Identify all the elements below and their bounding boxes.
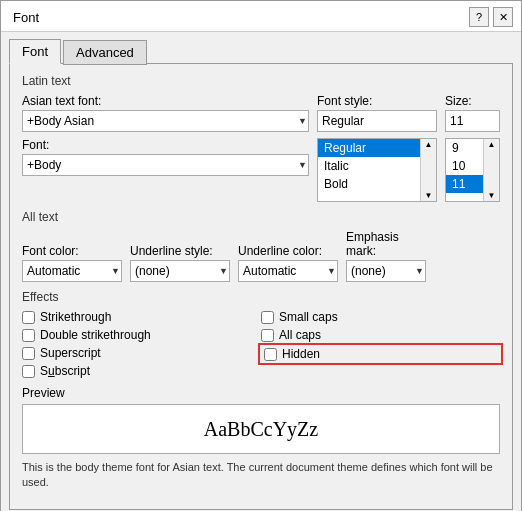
size-scroll-up: ▲ — [488, 140, 496, 149]
font-field-group: Font: +Body ▼ — [22, 138, 309, 202]
font-select-wrapper: +Body ▼ — [22, 154, 309, 176]
subscript-checkbox[interactable] — [22, 365, 35, 378]
size-scrollbar: ▲ ▼ — [483, 139, 499, 201]
help-button[interactable]: ? — [469, 7, 489, 27]
tab-font[interactable]: Font — [9, 39, 61, 64]
font-color-wrapper: Automatic ▼ — [22, 260, 122, 282]
strikethrough-checkbox[interactable] — [22, 311, 35, 324]
size-listbox-group: 9 10 11 ▲ ▼ — [445, 138, 500, 202]
underline-color-select[interactable]: Automatic — [238, 260, 338, 282]
subscript-row: Subscript — [22, 364, 261, 378]
close-button[interactable]: ✕ — [493, 7, 513, 27]
size-option-9[interactable]: 9 — [446, 139, 483, 157]
font-style-label: Font style: — [317, 94, 437, 108]
latin-text-label: Latin text — [22, 74, 500, 88]
info-text: This is the body theme font for Asian te… — [22, 460, 500, 491]
size-list-inner: 9 10 11 — [446, 139, 483, 201]
superscript-checkbox[interactable] — [22, 347, 35, 360]
hidden-row: Hidden — [261, 346, 500, 362]
emphasis-mark-select[interactable]: (none) — [346, 260, 426, 282]
all-text-row: Font color: Automatic ▼ Underline style:… — [22, 230, 500, 282]
underline-style-wrapper: (none) ▼ — [130, 260, 230, 282]
font-label: Font: — [22, 138, 309, 152]
dialog-title: Font — [13, 10, 39, 25]
font-style-scrollbar: ▲ ▼ — [420, 139, 436, 201]
font-select[interactable]: +Body — [22, 154, 309, 176]
scroll-down-arrow: ▼ — [425, 191, 433, 200]
effects-section: Strikethrough Double strikethrough Super… — [22, 310, 500, 378]
superscript-label: Superscript — [40, 346, 101, 360]
emphasis-mark-label: Emphasis mark: — [346, 230, 426, 258]
underline-style-select[interactable]: (none) — [130, 260, 230, 282]
font-style-group: Font style: — [317, 94, 437, 132]
strikethrough-label: Strikethrough — [40, 310, 111, 324]
tabs-bar: Font Advanced — [1, 32, 521, 63]
all-caps-label: All caps — [279, 328, 321, 342]
size-option-11[interactable]: 11 — [446, 175, 483, 193]
double-strikethrough-checkbox[interactable] — [22, 329, 35, 342]
superscript-row: Superscript — [22, 346, 261, 360]
hidden-checkbox[interactable] — [264, 348, 277, 361]
double-strikethrough-label: Double strikethrough — [40, 328, 151, 342]
underline-color-wrapper: Automatic ▼ — [238, 260, 338, 282]
asian-font-group: Asian text font: +Body Asian ▼ — [22, 94, 309, 132]
size-option-10[interactable]: 10 — [446, 157, 483, 175]
double-strikethrough-row: Double strikethrough — [22, 328, 261, 342]
font-style-list-inner: Regular Italic Bold — [318, 139, 420, 201]
size-listbox[interactable]: 9 10 11 ▲ ▼ — [445, 138, 500, 202]
font-dialog: Font ? ✕ Font Advanced Latin text Asian … — [0, 0, 522, 511]
emphasis-mark-group: Emphasis mark: (none) ▼ — [346, 230, 426, 282]
preview-box: AaBbCcYyZz — [22, 404, 500, 454]
subscript-label: Subscript — [40, 364, 90, 378]
latin-row-2: Font: +Body ▼ Regular Italic Bold — [22, 138, 500, 202]
tab-advanced[interactable]: Advanced — [63, 40, 147, 65]
underline-color-group: Underline color: Automatic ▼ — [238, 244, 338, 282]
font-style-listbox[interactable]: Regular Italic Bold ▲ ▼ — [317, 138, 437, 202]
scroll-up-arrow: ▲ — [425, 140, 433, 149]
underline-style-label: Underline style: — [130, 244, 230, 258]
preview-section: Preview AaBbCcYyZz — [22, 386, 500, 454]
subscript-underline-u: u — [48, 364, 55, 378]
asian-font-select[interactable]: +Body Asian — [22, 110, 309, 132]
title-bar-controls: ? ✕ — [469, 7, 513, 27]
latin-row-1: Asian text font: +Body Asian ▼ Font styl… — [22, 94, 500, 132]
font-color-select[interactable]: Automatic — [22, 260, 122, 282]
main-content: Latin text Asian text font: +Body Asian … — [9, 63, 513, 510]
small-caps-label: Small caps — [279, 310, 338, 324]
all-caps-checkbox[interactable] — [261, 329, 274, 342]
font-style-option-regular[interactable]: Regular — [318, 139, 420, 157]
font-color-label: Font color: — [22, 244, 122, 258]
effects-right-col: Small caps All caps Hidden — [261, 310, 500, 378]
font-color-group: Font color: Automatic ▼ — [22, 244, 122, 282]
title-bar: Font ? ✕ — [1, 1, 521, 32]
strikethrough-row: Strikethrough — [22, 310, 261, 324]
font-style-input[interactable] — [317, 110, 437, 132]
font-style-option-italic[interactable]: Italic — [318, 157, 420, 175]
size-scroll-down: ▼ — [488, 191, 496, 200]
effects-label: Effects — [22, 290, 500, 304]
asian-font-label: Asian text font: — [22, 94, 309, 108]
all-caps-row: All caps — [261, 328, 500, 342]
size-label: Size: — [445, 94, 500, 108]
all-text-label: All text — [22, 210, 500, 224]
underline-color-label: Underline color: — [238, 244, 338, 258]
small-caps-row: Small caps — [261, 310, 500, 324]
size-input[interactable] — [445, 110, 500, 132]
preview-label: Preview — [22, 386, 500, 400]
effects-left-col: Strikethrough Double strikethrough Super… — [22, 310, 261, 378]
font-style-option-bold[interactable]: Bold — [318, 175, 420, 193]
preview-text: AaBbCcYyZz — [204, 418, 318, 441]
small-caps-checkbox[interactable] — [261, 311, 274, 324]
emphasis-mark-wrapper: (none) ▼ — [346, 260, 426, 282]
font-style-listbox-group: Regular Italic Bold ▲ ▼ — [317, 138, 437, 202]
asian-font-select-wrapper: +Body Asian ▼ — [22, 110, 309, 132]
size-group: Size: — [445, 94, 500, 132]
hidden-label: Hidden — [282, 347, 320, 361]
underline-style-group: Underline style: (none) ▼ — [130, 244, 230, 282]
